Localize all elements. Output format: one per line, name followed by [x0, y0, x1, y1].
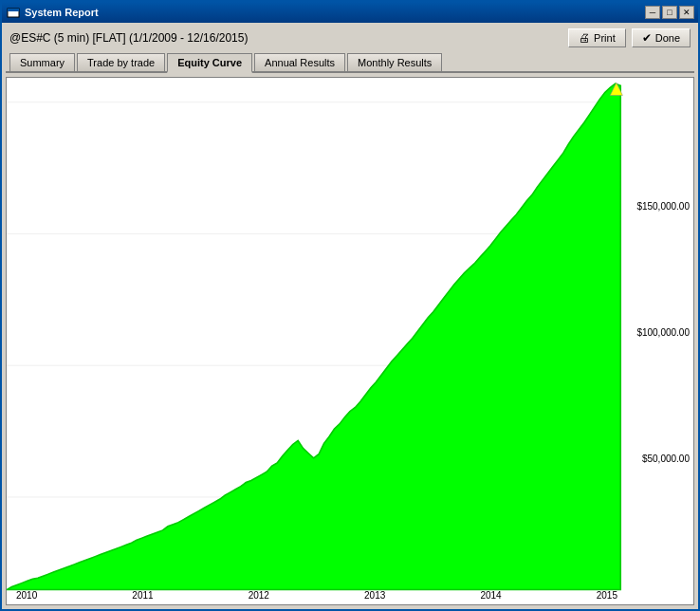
- svg-rect-1: [8, 9, 19, 11]
- checkmark-icon: ✔: [642, 31, 652, 45]
- minimize-button[interactable]: ─: [645, 6, 660, 19]
- print-icon: 🖨: [579, 31, 590, 45]
- print-label: Print: [594, 32, 616, 44]
- tab-bar: Summary Trade by trade Equity Curve Annu…: [6, 53, 694, 73]
- print-button[interactable]: 🖨 Print: [568, 28, 626, 47]
- chart-inner: $150,000.00 $100,000.00 $50,000.00 2010 …: [7, 78, 693, 604]
- tab-monthly-results[interactable]: Monthly Results: [347, 53, 442, 71]
- title-bar-buttons: ─ □ ✕: [645, 6, 694, 19]
- tab-trade-by-trade[interactable]: Trade by trade: [77, 53, 165, 71]
- x-label-2015: 2015: [597, 590, 617, 601]
- maximize-button[interactable]: □: [662, 6, 677, 19]
- equity-chart-container: $150,000.00 $100,000.00 $50,000.00 2010 …: [6, 77, 694, 605]
- close-button[interactable]: ✕: [679, 6, 694, 19]
- title-bar-icon: [6, 5, 21, 20]
- instrument-label: @ES#C (5 min) [FLAT] (1/1/2009 - 12/16/2…: [9, 31, 248, 45]
- x-label-2010: 2010: [16, 590, 37, 601]
- equity-curve-svg: [7, 78, 693, 604]
- top-bar: @ES#C (5 min) [FLAT] (1/1/2009 - 12/16/2…: [6, 27, 694, 49]
- tab-annual-results[interactable]: Annual Results: [254, 53, 345, 71]
- done-label: Done: [655, 32, 680, 44]
- x-label-2012: 2012: [249, 590, 269, 601]
- title-bar-text: System Report: [25, 7, 645, 18]
- x-axis-labels: 2010 2011 2012 2013 2014 2015: [16, 590, 617, 601]
- x-label-2014: 2014: [480, 590, 501, 601]
- done-button[interactable]: ✔ Done: [632, 28, 691, 47]
- x-label-2013: 2013: [364, 590, 385, 601]
- x-label-2011: 2011: [132, 590, 153, 601]
- content-area: @ES#C (5 min) [FLAT] (1/1/2009 - 12/16/2…: [2, 23, 698, 609]
- tab-equity-curve[interactable]: Equity Curve: [167, 53, 252, 73]
- tab-summary[interactable]: Summary: [9, 53, 75, 71]
- title-bar: System Report ─ □ ✕: [2, 2, 698, 23]
- system-report-window: System Report ─ □ ✕ @ES#C (5 min) [FLAT]…: [0, 0, 700, 611]
- top-buttons: 🖨 Print ✔ Done: [568, 28, 691, 47]
